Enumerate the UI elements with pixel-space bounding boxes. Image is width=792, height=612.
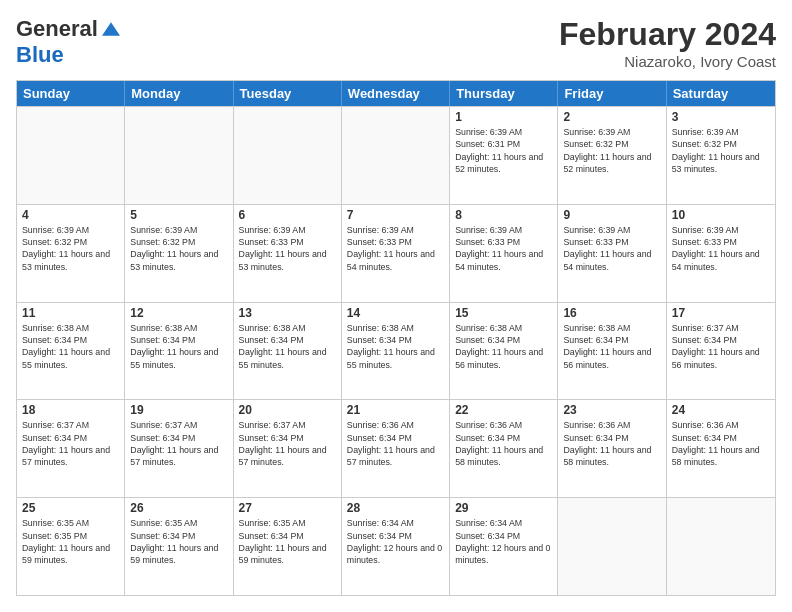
cell-sun-info: Sunrise: 6:38 AMSunset: 6:34 PMDaylight:…: [22, 322, 119, 371]
calendar-cell: [342, 107, 450, 204]
cell-date-number: 4: [22, 208, 119, 222]
cell-sun-info: Sunrise: 6:37 AMSunset: 6:34 PMDaylight:…: [672, 322, 770, 371]
cell-date-number: 20: [239, 403, 336, 417]
cell-sun-info: Sunrise: 6:35 AMSunset: 6:34 PMDaylight:…: [239, 517, 336, 566]
calendar-cell: 4Sunrise: 6:39 AMSunset: 6:32 PMDaylight…: [17, 205, 125, 302]
cell-date-number: 5: [130, 208, 227, 222]
cell-sun-info: Sunrise: 6:39 AMSunset: 6:32 PMDaylight:…: [130, 224, 227, 273]
calendar-cell: 8Sunrise: 6:39 AMSunset: 6:33 PMDaylight…: [450, 205, 558, 302]
calendar-cell: 10Sunrise: 6:39 AMSunset: 6:33 PMDayligh…: [667, 205, 775, 302]
calendar-row-4: 25Sunrise: 6:35 AMSunset: 6:35 PMDayligh…: [17, 497, 775, 595]
calendar-row-0: 1Sunrise: 6:39 AMSunset: 6:31 PMDaylight…: [17, 106, 775, 204]
calendar-cell: 14Sunrise: 6:38 AMSunset: 6:34 PMDayligh…: [342, 303, 450, 400]
logo: General Blue: [16, 16, 120, 68]
cell-sun-info: Sunrise: 6:39 AMSunset: 6:32 PMDaylight:…: [672, 126, 770, 175]
cell-date-number: 19: [130, 403, 227, 417]
calendar-cell: 7Sunrise: 6:39 AMSunset: 6:33 PMDaylight…: [342, 205, 450, 302]
header-day-tuesday: Tuesday: [234, 81, 342, 106]
cell-sun-info: Sunrise: 6:39 AMSunset: 6:33 PMDaylight:…: [563, 224, 660, 273]
calendar-cell: 16Sunrise: 6:38 AMSunset: 6:34 PMDayligh…: [558, 303, 666, 400]
cell-sun-info: Sunrise: 6:39 AMSunset: 6:33 PMDaylight:…: [672, 224, 770, 273]
cell-sun-info: Sunrise: 6:34 AMSunset: 6:34 PMDaylight:…: [347, 517, 444, 566]
cell-sun-info: Sunrise: 6:36 AMSunset: 6:34 PMDaylight:…: [347, 419, 444, 468]
calendar-cell: 15Sunrise: 6:38 AMSunset: 6:34 PMDayligh…: [450, 303, 558, 400]
calendar-cell: 17Sunrise: 6:37 AMSunset: 6:34 PMDayligh…: [667, 303, 775, 400]
calendar-cell: 9Sunrise: 6:39 AMSunset: 6:33 PMDaylight…: [558, 205, 666, 302]
calendar-body: 1Sunrise: 6:39 AMSunset: 6:31 PMDaylight…: [17, 106, 775, 595]
calendar-cell: [667, 498, 775, 595]
calendar-cell: 19Sunrise: 6:37 AMSunset: 6:34 PMDayligh…: [125, 400, 233, 497]
month-title: February 2024: [559, 16, 776, 53]
cell-sun-info: Sunrise: 6:37 AMSunset: 6:34 PMDaylight:…: [130, 419, 227, 468]
calendar-cell: 26Sunrise: 6:35 AMSunset: 6:34 PMDayligh…: [125, 498, 233, 595]
cell-sun-info: Sunrise: 6:38 AMSunset: 6:34 PMDaylight:…: [455, 322, 552, 371]
cell-date-number: 18: [22, 403, 119, 417]
calendar-cell: 25Sunrise: 6:35 AMSunset: 6:35 PMDayligh…: [17, 498, 125, 595]
calendar-row-1: 4Sunrise: 6:39 AMSunset: 6:32 PMDaylight…: [17, 204, 775, 302]
calendar-cell: 13Sunrise: 6:38 AMSunset: 6:34 PMDayligh…: [234, 303, 342, 400]
calendar-cell: 18Sunrise: 6:37 AMSunset: 6:34 PMDayligh…: [17, 400, 125, 497]
cell-date-number: 17: [672, 306, 770, 320]
cell-date-number: 12: [130, 306, 227, 320]
cell-date-number: 28: [347, 501, 444, 515]
cell-sun-info: Sunrise: 6:39 AMSunset: 6:33 PMDaylight:…: [347, 224, 444, 273]
cell-date-number: 10: [672, 208, 770, 222]
cell-date-number: 11: [22, 306, 119, 320]
cell-date-number: 14: [347, 306, 444, 320]
title-area: February 2024 Niazaroko, Ivory Coast: [559, 16, 776, 70]
calendar-cell: 6Sunrise: 6:39 AMSunset: 6:33 PMDaylight…: [234, 205, 342, 302]
calendar-cell: [558, 498, 666, 595]
calendar-cell: 3Sunrise: 6:39 AMSunset: 6:32 PMDaylight…: [667, 107, 775, 204]
calendar-cell: 21Sunrise: 6:36 AMSunset: 6:34 PMDayligh…: [342, 400, 450, 497]
logo-blue-text: Blue: [16, 42, 64, 67]
cell-sun-info: Sunrise: 6:39 AMSunset: 6:32 PMDaylight:…: [563, 126, 660, 175]
cell-sun-info: Sunrise: 6:38 AMSunset: 6:34 PMDaylight:…: [347, 322, 444, 371]
calendar-cell: [125, 107, 233, 204]
cell-date-number: 1: [455, 110, 552, 124]
cell-sun-info: Sunrise: 6:39 AMSunset: 6:33 PMDaylight:…: [455, 224, 552, 273]
cell-sun-info: Sunrise: 6:39 AMSunset: 6:31 PMDaylight:…: [455, 126, 552, 175]
cell-date-number: 3: [672, 110, 770, 124]
cell-sun-info: Sunrise: 6:38 AMSunset: 6:34 PMDaylight:…: [239, 322, 336, 371]
cell-date-number: 26: [130, 501, 227, 515]
cell-date-number: 13: [239, 306, 336, 320]
cell-date-number: 7: [347, 208, 444, 222]
calendar-cell: 23Sunrise: 6:36 AMSunset: 6:34 PMDayligh…: [558, 400, 666, 497]
calendar: SundayMondayTuesdayWednesdayThursdayFrid…: [16, 80, 776, 596]
cell-sun-info: Sunrise: 6:34 AMSunset: 6:34 PMDaylight:…: [455, 517, 552, 566]
svg-marker-0: [102, 22, 120, 36]
cell-date-number: 29: [455, 501, 552, 515]
header-day-friday: Friday: [558, 81, 666, 106]
cell-sun-info: Sunrise: 6:39 AMSunset: 6:32 PMDaylight:…: [22, 224, 119, 273]
cell-date-number: 6: [239, 208, 336, 222]
calendar-cell: [234, 107, 342, 204]
cell-sun-info: Sunrise: 6:38 AMSunset: 6:34 PMDaylight:…: [130, 322, 227, 371]
cell-date-number: 24: [672, 403, 770, 417]
cell-date-number: 27: [239, 501, 336, 515]
calendar-cell: 11Sunrise: 6:38 AMSunset: 6:34 PMDayligh…: [17, 303, 125, 400]
calendar-cell: 1Sunrise: 6:39 AMSunset: 6:31 PMDaylight…: [450, 107, 558, 204]
cell-date-number: 2: [563, 110, 660, 124]
calendar-cell: 27Sunrise: 6:35 AMSunset: 6:34 PMDayligh…: [234, 498, 342, 595]
calendar-cell: 22Sunrise: 6:36 AMSunset: 6:34 PMDayligh…: [450, 400, 558, 497]
calendar-row-2: 11Sunrise: 6:38 AMSunset: 6:34 PMDayligh…: [17, 302, 775, 400]
logo-icon: [102, 20, 120, 38]
calendar-cell: 24Sunrise: 6:36 AMSunset: 6:34 PMDayligh…: [667, 400, 775, 497]
header-day-monday: Monday: [125, 81, 233, 106]
cell-date-number: 9: [563, 208, 660, 222]
location-subtitle: Niazaroko, Ivory Coast: [559, 53, 776, 70]
calendar-header: SundayMondayTuesdayWednesdayThursdayFrid…: [17, 81, 775, 106]
cell-sun-info: Sunrise: 6:39 AMSunset: 6:33 PMDaylight:…: [239, 224, 336, 273]
cell-date-number: 23: [563, 403, 660, 417]
cell-sun-info: Sunrise: 6:38 AMSunset: 6:34 PMDaylight:…: [563, 322, 660, 371]
logo-general-text: General: [16, 16, 98, 42]
calendar-cell: 12Sunrise: 6:38 AMSunset: 6:34 PMDayligh…: [125, 303, 233, 400]
calendar-cell: 28Sunrise: 6:34 AMSunset: 6:34 PMDayligh…: [342, 498, 450, 595]
calendar-cell: 2Sunrise: 6:39 AMSunset: 6:32 PMDaylight…: [558, 107, 666, 204]
cell-sun-info: Sunrise: 6:35 AMSunset: 6:35 PMDaylight:…: [22, 517, 119, 566]
calendar-cell: 29Sunrise: 6:34 AMSunset: 6:34 PMDayligh…: [450, 498, 558, 595]
cell-date-number: 21: [347, 403, 444, 417]
cell-date-number: 22: [455, 403, 552, 417]
cell-sun-info: Sunrise: 6:36 AMSunset: 6:34 PMDaylight:…: [455, 419, 552, 468]
cell-date-number: 16: [563, 306, 660, 320]
